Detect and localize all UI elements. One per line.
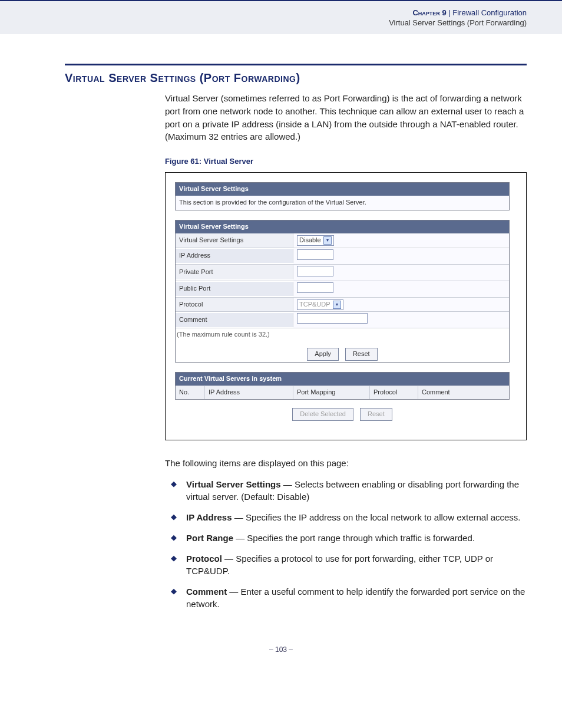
protocol-select[interactable]: TCP&UDP ▾ bbox=[297, 299, 343, 310]
comment-input[interactable] bbox=[297, 313, 368, 324]
header-subtitle: Virtual Server Settings (Port Forwarding… bbox=[0, 18, 527, 27]
max-rule-note: (The maximum rule count is 32.) bbox=[176, 328, 509, 343]
panel-settings: Virtual Server Settings Virtual Server S… bbox=[175, 220, 510, 363]
page-header: Chapter 9 | Firewall Configuration Virtu… bbox=[0, 0, 562, 34]
row-public-port-label: Public Port bbox=[176, 282, 293, 296]
protocol-select-value: TCP&UDP bbox=[299, 300, 330, 309]
chevron-down-icon: ▾ bbox=[323, 236, 332, 245]
items-list: Virtual Server Settings — Selects betwee… bbox=[165, 478, 527, 610]
table-title: Current Virtual Servers in system bbox=[176, 373, 509, 386]
item-desc: — Enter a useful comment to help identif… bbox=[186, 587, 525, 609]
figure-box: Virtual Server Settings This section is … bbox=[165, 172, 527, 440]
item-term: Virtual Server Settings bbox=[186, 479, 281, 489]
th-port: Port Mapping bbox=[293, 386, 370, 399]
ip-input[interactable] bbox=[297, 249, 333, 260]
item-term: Port Range bbox=[186, 533, 233, 543]
row-private-port-label: Private Port bbox=[176, 265, 293, 279]
item-desc: — Specifies the port range through which… bbox=[233, 533, 475, 543]
item-term: IP Address bbox=[186, 512, 232, 522]
list-item: Port Range — Specifies the port range th… bbox=[165, 532, 527, 544]
panel1-desc: This section is provided for the configu… bbox=[176, 196, 509, 210]
item-term: Comment bbox=[186, 587, 227, 597]
list-item: Comment — Enter a useful comment to help… bbox=[165, 585, 527, 610]
private-port-input[interactable] bbox=[297, 266, 333, 276]
section-title: Virtual Server Settings (Port Forwarding… bbox=[65, 71, 527, 85]
row-vss-label: Virtual Server Settings bbox=[176, 233, 293, 248]
row-comment-label: Comment bbox=[176, 313, 293, 327]
list-item: Virtual Server Settings — Selects betwee… bbox=[165, 478, 527, 503]
vss-select-value: Disable bbox=[299, 236, 321, 245]
list-item: Protocol — Specifies a protocol to use f… bbox=[165, 552, 527, 577]
chapter-label: Chapter 9 bbox=[412, 8, 446, 17]
vss-select[interactable]: Disable ▾ bbox=[297, 235, 334, 246]
chevron-down-icon: ▾ bbox=[333, 301, 341, 309]
chapter-title: Firewall Configuration bbox=[452, 8, 527, 17]
item-term: Protocol bbox=[186, 554, 222, 564]
row-protocol-label: Protocol bbox=[176, 298, 293, 312]
section-rule bbox=[65, 64, 527, 65]
header-separator: | bbox=[447, 8, 453, 17]
public-port-input[interactable] bbox=[297, 282, 333, 293]
row-ip-label: IP Address bbox=[176, 249, 293, 263]
delete-selected-button[interactable]: Delete Selected bbox=[292, 408, 353, 421]
reset2-button[interactable]: Reset bbox=[360, 408, 392, 421]
item-desc: — Specifies the IP address on the local … bbox=[232, 512, 521, 522]
th-proto: Protocol bbox=[370, 386, 418, 399]
th-no: No. bbox=[176, 386, 205, 399]
after-figure-intro: The following items are displayed on thi… bbox=[165, 457, 527, 470]
section-intro: Virtual Server (sometimes referred to as… bbox=[165, 92, 527, 143]
panel1-title: Virtual Server Settings bbox=[176, 183, 509, 196]
panel-description: Virtual Server Settings This section is … bbox=[175, 182, 510, 210]
reset-button[interactable]: Reset bbox=[345, 348, 378, 361]
apply-button[interactable]: Apply bbox=[307, 348, 339, 361]
item-desc: — Specifies a protocol to use for port f… bbox=[186, 554, 493, 576]
th-comment: Comment bbox=[418, 386, 509, 399]
current-servers-table: Current Virtual Servers in system No. IP… bbox=[175, 372, 510, 400]
panel2-title: Virtual Server Settings bbox=[176, 220, 509, 233]
th-ip: IP Address bbox=[205, 386, 293, 399]
page-number: – 103 – bbox=[0, 645, 562, 666]
list-item: IP Address — Specifies the IP address on… bbox=[165, 511, 527, 523]
figure-caption: Figure 61: Virtual Server bbox=[165, 156, 527, 167]
